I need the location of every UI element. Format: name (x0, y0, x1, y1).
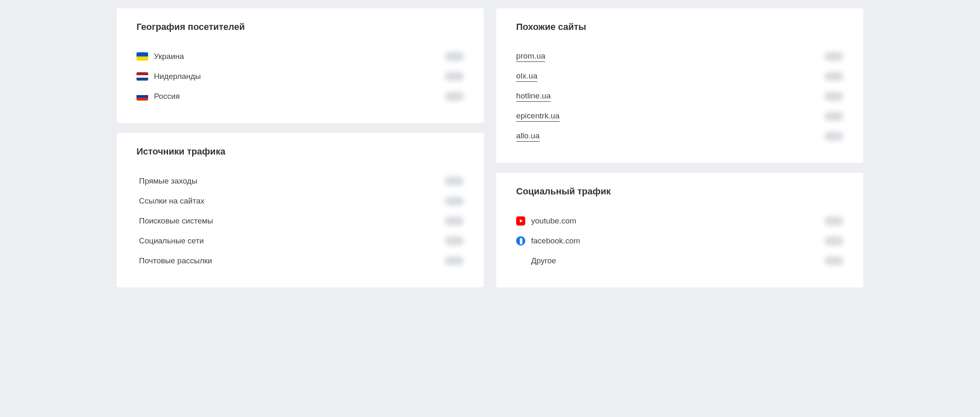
traffic-source-label: Почтовые рассылки (139, 256, 212, 265)
right-column: Похожие сайты prom.ua olx.ua hotline.ua … (496, 8, 863, 287)
social-row: Другое (516, 251, 843, 271)
blurred-value (824, 112, 843, 121)
traffic-source-row: Поисковые системы (137, 211, 464, 231)
left-column: География посетителей Украина Нидерланды (117, 8, 484, 287)
geography-row: Россия (137, 86, 464, 106)
similar-site-row: epicentrk.ua (516, 106, 843, 126)
blurred-value (445, 52, 464, 61)
geography-card: География посетителей Украина Нидерланды (117, 8, 484, 123)
similar-site-row: prom.ua (516, 47, 843, 66)
social-row: youtube.com (516, 211, 843, 231)
social-item: youtube.com (516, 216, 576, 226)
social-label: youtube.com (531, 216, 576, 226)
geography-row: Нидерланды (137, 66, 464, 86)
traffic-source-label: Социальные сети (139, 236, 204, 245)
similar-site-link[interactable]: prom.ua (516, 52, 545, 62)
traffic-source-row: Социальные сети (137, 231, 464, 251)
similar-sites-card: Похожие сайты prom.ua olx.ua hotline.ua … (496, 8, 863, 163)
social-item: f facebook.com (516, 236, 580, 245)
blurred-value (445, 177, 464, 186)
similar-site-link[interactable]: olx.ua (516, 71, 537, 82)
similar-sites-title: Похожие сайты (516, 22, 843, 32)
geography-title: География посетителей (137, 22, 464, 32)
similar-site-row: hotline.ua (516, 86, 843, 106)
blurred-value (824, 216, 843, 226)
traffic-source-row: Ссылки на сайтах (137, 191, 464, 211)
country-label: Украина (154, 52, 184, 61)
country-label: Нидерланды (154, 72, 201, 81)
blurred-value (824, 72, 843, 81)
similar-site-row: olx.ua (516, 66, 843, 86)
social-traffic-title: Социальный трафик (516, 186, 843, 197)
geography-row: Украина (137, 47, 464, 66)
traffic-source-label: Прямые заходы (139, 177, 197, 186)
country-item: Россия (137, 92, 180, 101)
similar-site-row: allo.ua (516, 126, 843, 146)
traffic-sources-card: Источники трафика Прямые заходы Ссылки н… (117, 133, 484, 287)
traffic-sources-title: Источники трафика (137, 146, 464, 157)
youtube-icon (516, 216, 525, 226)
country-item: Украина (137, 52, 184, 61)
blurred-value (445, 92, 464, 101)
dashboard-grid: География посетителей Украина Нидерланды (117, 8, 863, 287)
traffic-source-label: Поисковые системы (139, 216, 213, 226)
traffic-source-row: Прямые заходы (137, 171, 464, 191)
social-label: Другое (531, 256, 556, 265)
facebook-icon: f (516, 236, 525, 245)
empty-icon (516, 256, 525, 265)
similar-site-link[interactable]: epicentrk.ua (516, 111, 560, 122)
blurred-value (445, 256, 464, 265)
flag-ukraine-icon (137, 52, 148, 61)
similar-site-link[interactable]: allo.ua (516, 131, 540, 142)
blurred-value (445, 236, 464, 245)
traffic-source-row: Почтовые рассылки (137, 251, 464, 271)
blurred-value (445, 72, 464, 81)
country-label: Россия (154, 92, 180, 101)
blurred-value (824, 52, 843, 61)
blurred-value (824, 132, 843, 141)
social-item: Другое (516, 256, 556, 265)
social-row: f facebook.com (516, 231, 843, 251)
social-label: facebook.com (531, 236, 580, 245)
flag-netherlands-icon (137, 72, 148, 81)
blurred-value (445, 196, 464, 206)
country-item: Нидерланды (137, 72, 201, 81)
traffic-source-label: Ссылки на сайтах (139, 196, 205, 206)
flag-russia-icon (137, 92, 148, 101)
blurred-value (824, 92, 843, 101)
blurred-value (824, 256, 843, 265)
blurred-value (824, 236, 843, 245)
similar-site-link[interactable]: hotline.ua (516, 91, 551, 102)
social-traffic-card: Социальный трафик youtube.com f facebook… (496, 173, 863, 287)
blurred-value (445, 216, 464, 226)
